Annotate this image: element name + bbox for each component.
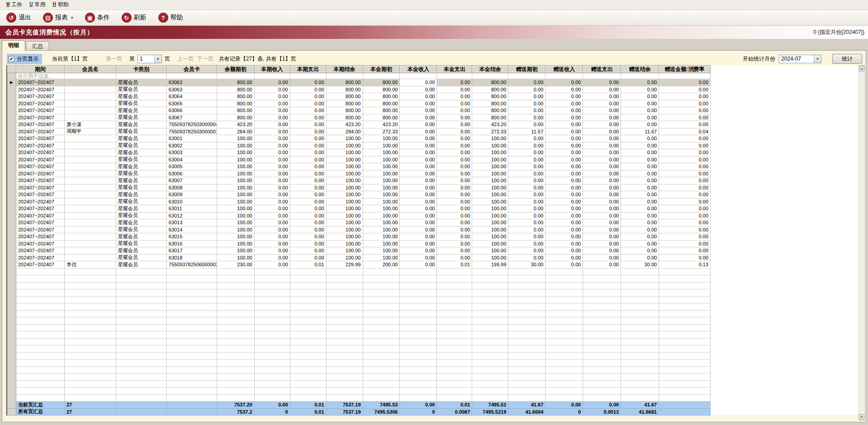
- grid-cell[interactable]: 229.99: [327, 261, 363, 269]
- grid-cell[interactable]: 0.00: [545, 191, 583, 198]
- grid-cell[interactable]: 800.00: [472, 114, 508, 122]
- grid-cell[interactable]: 0.00: [583, 156, 621, 164]
- grid-cell[interactable]: 63005: [167, 163, 217, 170]
- grid-cell[interactable]: 0.00: [437, 177, 472, 184]
- grid-cell[interactable]: 63067: [167, 114, 217, 122]
- grid-cell[interactable]: 0.00: [437, 93, 472, 100]
- grid-cell[interactable]: 202407~202407: [16, 170, 65, 178]
- grid-cell[interactable]: 202407~202407: [16, 198, 65, 206]
- grid-cell[interactable]: 230.00: [217, 261, 255, 269]
- grid-cell[interactable]: 100.00: [327, 255, 363, 262]
- menu-item-帮助[interactable]: H帮助: [49, 0, 72, 9]
- grid-cell[interactable]: 星耀会员: [116, 261, 167, 269]
- grid-cell[interactable]: 0.00: [659, 255, 711, 262]
- grid-cell[interactable]: 0.00: [508, 247, 545, 255]
- grid-cell[interactable]: 100.00: [472, 135, 508, 142]
- grid-cell[interactable]: 202407~202407: [16, 79, 65, 86]
- grid-cell[interactable]: 100.00: [217, 219, 255, 227]
- grid-cell[interactable]: 0.00: [437, 247, 472, 255]
- grid-cell[interactable]: 800.00: [472, 79, 508, 86]
- chevron-down-icon[interactable]: ▼: [154, 55, 161, 63]
- grid-cell[interactable]: 100.00: [217, 191, 255, 198]
- grid-cell[interactable]: 100.00: [327, 163, 363, 170]
- grid-cell[interactable]: 202407~202407: [16, 142, 65, 150]
- filter-cell[interactable]: [290, 73, 327, 79]
- grid-cell[interactable]: 100.00: [363, 233, 400, 241]
- row-selector-cell[interactable]: [7, 233, 16, 241]
- grid-cell[interactable]: 0.00: [545, 247, 583, 255]
- grid-cell[interactable]: 800.00: [472, 86, 508, 94]
- grid-cell[interactable]: 800.00: [327, 79, 363, 86]
- row-selector-cell[interactable]: [7, 128, 16, 136]
- grid-cell[interactable]: 800.00: [327, 114, 363, 122]
- grid-cell[interactable]: 63003: [167, 149, 217, 156]
- grid-cell[interactable]: 284.00: [217, 128, 255, 136]
- grid-cell[interactable]: 0.00: [508, 233, 545, 241]
- grid-cell[interactable]: 李信: [65, 261, 116, 269]
- grid-cell[interactable]: 0.00: [545, 86, 583, 94]
- grid-cell[interactable]: 星耀会员: [116, 198, 167, 206]
- grid-cell[interactable]: 0.00: [290, 205, 327, 212]
- grid-cell[interactable]: 0.00: [583, 261, 621, 269]
- grid-cell[interactable]: [65, 241, 116, 248]
- row-selector-cell[interactable]: [7, 191, 16, 198]
- grid-cell[interactable]: 0.00: [437, 86, 472, 94]
- grid-cell[interactable]: 800.00: [327, 107, 363, 114]
- grid-cell[interactable]: 100.00: [327, 142, 363, 150]
- grid-cell[interactable]: 0.00: [545, 261, 583, 269]
- grid-cell[interactable]: 0.00: [583, 114, 621, 122]
- paging-toggle[interactable]: ✔ 分页显示: [7, 54, 42, 64]
- grid-cell[interactable]: 202407~202407: [16, 93, 65, 100]
- grid-cell[interactable]: 0.00: [400, 170, 437, 178]
- grid-cell[interactable]: 星耀会员: [116, 219, 167, 227]
- grid-cell[interactable]: [65, 198, 116, 206]
- toolbar-button-condition[interactable]: ▣条件: [85, 13, 110, 23]
- grid-cell[interactable]: 100.00: [217, 205, 255, 212]
- grid-cell[interactable]: 202407~202407: [16, 156, 65, 164]
- grid-cell[interactable]: 0.00: [400, 156, 437, 164]
- grid-cell[interactable]: 0.00: [659, 219, 711, 227]
- grid-cell[interactable]: 0.00: [255, 86, 290, 94]
- stats-button[interactable]: 统计: [832, 54, 862, 64]
- grid-cell[interactable]: 100.00: [472, 198, 508, 206]
- grid-cell[interactable]: 0.00: [659, 163, 711, 170]
- grid-cell[interactable]: 0.00: [437, 212, 472, 220]
- grid-cell[interactable]: 202407~202407: [16, 205, 65, 212]
- grid-cell[interactable]: 0.00: [583, 93, 621, 100]
- filter-cell[interactable]: [400, 73, 437, 79]
- column-header[interactable]: 赠送结余: [621, 66, 659, 73]
- grid-cell[interactable]: 202407~202407: [16, 114, 65, 122]
- grid-cell[interactable]: 0.00: [583, 121, 621, 128]
- grid-cell[interactable]: 0.00: [290, 191, 327, 198]
- grid-cell[interactable]: 0.00: [400, 227, 437, 234]
- column-header[interactable]: 本金收入: [400, 66, 437, 73]
- grid-cell[interactable]: 周顺宇: [65, 128, 116, 136]
- grid-cell[interactable]: 0.00: [659, 247, 711, 255]
- row-selector-cell[interactable]: [7, 227, 16, 234]
- grid-cell[interactable]: 0.00: [508, 198, 545, 206]
- toolbar-button-exit[interactable]: ↺退出: [6, 13, 31, 23]
- grid-cell[interactable]: 0.00: [659, 212, 711, 220]
- grid-cell[interactable]: 0.00: [508, 163, 545, 170]
- grid-cell[interactable]: 100.00: [472, 255, 508, 262]
- grid-cell[interactable]: 0.00: [508, 177, 545, 184]
- grid-cell[interactable]: 100.00: [217, 177, 255, 184]
- grid-cell[interactable]: 0.00: [621, 79, 659, 86]
- grid-cell[interactable]: 0.00: [290, 149, 327, 156]
- grid-cell[interactable]: 63004: [167, 156, 217, 164]
- first-page-button[interactable]: 第一页: [106, 55, 122, 63]
- grid-cell[interactable]: 0.00: [621, 163, 659, 170]
- filter-cell[interactable]: [583, 73, 621, 79]
- grid-cell[interactable]: 0.00: [255, 227, 290, 234]
- grid-cell[interactable]: [65, 227, 116, 234]
- row-selector-cell[interactable]: [7, 177, 16, 184]
- grid-cell[interactable]: 100.00: [363, 219, 400, 227]
- grid-cell[interactable]: 星耀会员: [116, 227, 167, 234]
- grid-cell[interactable]: 0.13: [659, 261, 711, 269]
- toolbar-button-help[interactable]: ?帮助: [158, 13, 183, 23]
- grid-cell[interactable]: 63009: [167, 191, 217, 198]
- grid-cell[interactable]: 星耀会员: [116, 128, 167, 136]
- grid-cell[interactable]: 800.00: [472, 100, 508, 108]
- grid-cell[interactable]: 0.00: [437, 163, 472, 170]
- grid-cell[interactable]: 0.00: [583, 247, 621, 255]
